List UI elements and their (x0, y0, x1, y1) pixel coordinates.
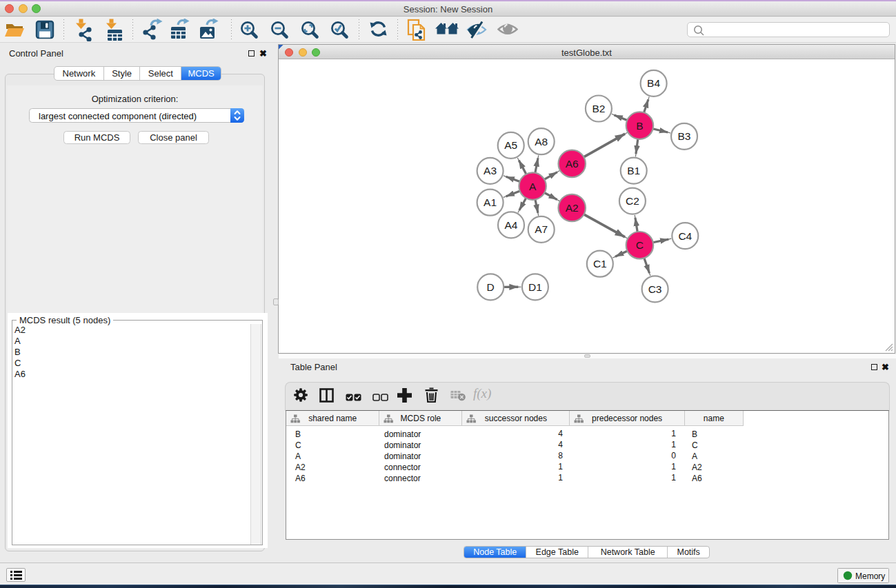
svg-text:A2: A2 (566, 202, 579, 214)
svg-text:B4: B4 (647, 77, 660, 89)
svg-text:A: A (529, 181, 537, 192)
svg-text:A4: A4 (505, 219, 518, 231)
svg-text:C: C (636, 239, 644, 251)
svg-text:A7: A7 (535, 223, 548, 235)
svg-text:B2: B2 (592, 103, 605, 114)
svg-text:A1: A1 (484, 196, 497, 208)
svg-text:C1: C1 (593, 258, 607, 270)
svg-text:A3: A3 (484, 165, 497, 176)
svg-text:A8: A8 (535, 136, 548, 148)
svg-text:C2: C2 (626, 195, 639, 207)
svg-text:C3: C3 (648, 283, 662, 295)
svg-text:C4: C4 (678, 230, 692, 242)
svg-text:B: B (636, 120, 643, 132)
svg-text:A5: A5 (504, 139, 517, 151)
svg-text:B3: B3 (678, 130, 691, 142)
svg-text:D1: D1 (528, 281, 542, 293)
svg-text:A6: A6 (566, 158, 579, 170)
svg-text:D: D (487, 281, 495, 293)
svg-text:B1: B1 (627, 165, 640, 176)
